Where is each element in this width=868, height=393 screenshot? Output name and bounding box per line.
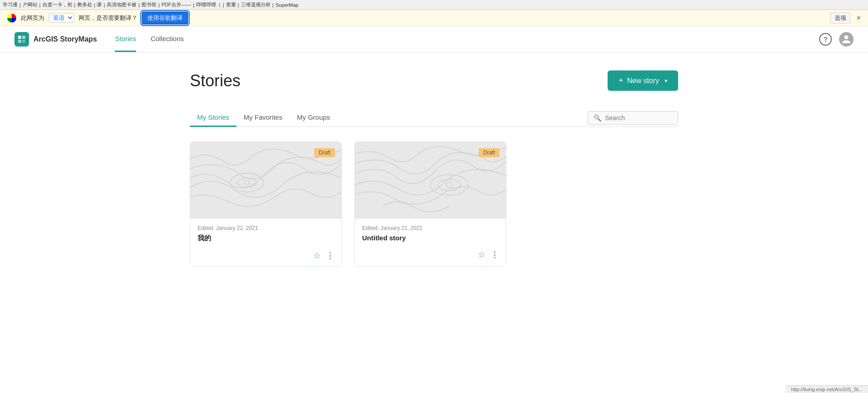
bookmark-8[interactable]: PDF合并—— — [161, 1, 191, 8]
more-options-1[interactable]: ⋮ — [326, 251, 334, 261]
options-button[interactable]: 选项 — [830, 13, 850, 23]
app-header: ArcGIS StoryMaps Stories Collections ? — [0, 26, 868, 52]
chrome-icon — [7, 14, 16, 23]
svg-rect-2 — [18, 40, 21, 43]
logo-area: ArcGIS StoryMaps — [14, 32, 97, 47]
card-1-thumbnail: Draft — [190, 142, 341, 219]
close-translation-button[interactable]: × — [857, 14, 861, 22]
svg-rect-0 — [18, 36, 21, 39]
user-avatar[interactable] — [839, 32, 854, 47]
bookmark-7[interactable]: 图书馆 — [142, 1, 156, 8]
help-button[interactable]: ? — [819, 33, 832, 46]
svg-rect-3 — [22, 40, 25, 43]
search-input[interactable] — [605, 114, 668, 122]
cards-grid: Draft Edited: January 22, 2021 我的 ☆ ⋮ — [190, 141, 506, 267]
translation-prefix: 此网页为 — [21, 14, 44, 22]
bookmark-2[interactable]: 户网站 — [23, 1, 38, 8]
filter-row: My Stories My Favorites My Groups 🔍 — [190, 109, 678, 127]
card-2-thumbnail: Draft — [355, 142, 506, 219]
page-title: Stories — [190, 71, 241, 90]
card-1-body: Edited: January 22, 2021 我的 — [190, 219, 341, 247]
bookmark-10[interactable]: 查重 — [226, 1, 236, 8]
nav-tab-collections[interactable]: Collections — [151, 26, 184, 52]
card-1-footer: ☆ ⋮ — [190, 247, 341, 266]
card-2-edited: Edited: January 21, 2021 — [362, 225, 499, 231]
tab-my-favorites[interactable]: My Favorites — [236, 109, 290, 127]
story-card-1[interactable]: Draft Edited: January 22, 2021 我的 ☆ ⋮ — [190, 141, 342, 267]
main-nav: Stories Collections — [115, 26, 184, 52]
browser-bar: 学习通 | 户网站 | 自度一卡，初 | 教务处 | 课 | 高清地图卡被 | … — [0, 0, 868, 10]
filter-tabs: My Stories My Favorites My Groups — [190, 109, 588, 126]
language-select[interactable]: 英语 — [49, 13, 74, 23]
page-title-row: Stories + New story ▾ — [190, 70, 678, 91]
bookmark-6[interactable]: 高清地图卡被 — [107, 1, 137, 8]
tab-my-groups[interactable]: My Groups — [290, 109, 337, 127]
draft-badge-1: Draft — [314, 148, 335, 157]
svg-rect-1 — [22, 36, 25, 39]
bookmark-1[interactable]: 学习通 — [3, 1, 18, 8]
story-card-2[interactable]: Draft Edited: January 21, 2021 Untitled … — [354, 141, 506, 267]
chevron-down-icon: ▾ — [665, 78, 667, 84]
new-story-label: New story — [627, 77, 659, 85]
bookmark-3[interactable]: 自度一卡，初 — [42, 1, 72, 8]
new-story-button[interactable]: + New story ▾ — [608, 70, 678, 91]
card-1-title: 我的 — [198, 234, 334, 243]
bookmark-4[interactable]: 教务处 — [77, 1, 92, 8]
card-1-edited: Edited: January 22, 2021 — [198, 225, 334, 231]
bookmark-12[interactable]: SuperMap — [275, 2, 298, 8]
main-content: Stories + New story ▾ My Stories My Favo… — [163, 52, 705, 285]
tab-my-stories[interactable]: My Stories — [190, 109, 236, 127]
nav-tab-stories[interactable]: Stories — [115, 26, 136, 52]
translate-button[interactable]: 使用谷歌翻译 — [142, 12, 188, 24]
app-logo-icon — [14, 32, 29, 47]
favorite-star-2[interactable]: ☆ — [478, 250, 485, 260]
card-2-title: Untitled story — [362, 234, 499, 242]
translation-bar: 此网页为 英语 网页，是否需要翻译？ 使用谷歌翻译 选项 × — [0, 10, 868, 26]
card-2-body: Edited: January 21, 2021 Untitled story — [355, 219, 506, 246]
more-options-2[interactable]: ⋮ — [491, 250, 499, 260]
search-box[interactable]: 🔍 — [588, 111, 678, 125]
draft-badge-2: Draft — [479, 148, 500, 157]
bookmark-5[interactable]: 课 — [97, 1, 102, 8]
plus-icon: + — [618, 76, 623, 85]
bookmark-9[interactable]: 哔哩哔哩（ — [196, 1, 221, 8]
app-logo-text: ArcGIS StoryMaps — [33, 35, 97, 43]
favorite-star-1[interactable]: ☆ — [313, 251, 321, 261]
bookmark-11[interactable]: 三维遥视分析 — [241, 1, 271, 8]
header-actions: ? — [819, 32, 854, 47]
search-icon: 🔍 — [594, 114, 601, 122]
card-2-footer: ☆ ⋮ — [355, 246, 506, 265]
translation-suffix: 网页，是否需要翻译？ — [79, 14, 137, 22]
